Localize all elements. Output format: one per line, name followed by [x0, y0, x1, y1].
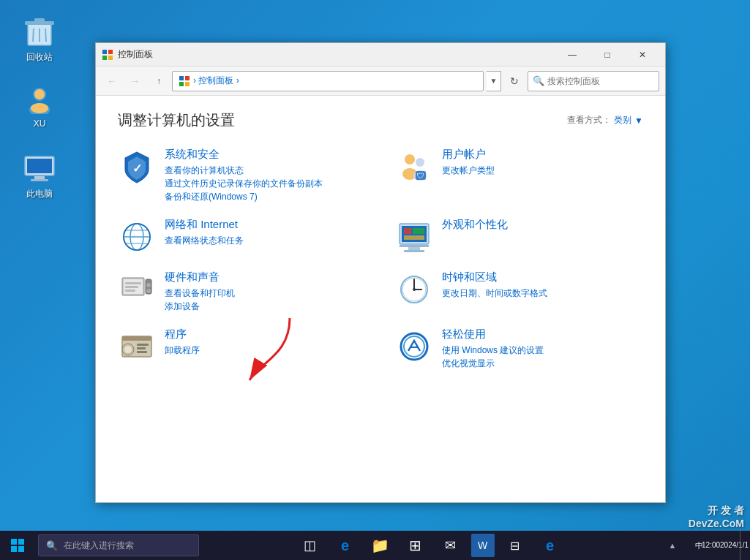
back-button[interactable]: ←: [102, 71, 122, 91]
svg-rect-18: [179, 76, 184, 80]
cp-item-appearance[interactable]: 外观和个性化: [395, 218, 643, 256]
refresh-button[interactable]: ↻: [504, 71, 525, 91]
system-security-title[interactable]: 系统和安全: [165, 148, 366, 162]
view-mode-value[interactable]: 类别: [614, 114, 631, 126]
clock-title[interactable]: 时钟和区域: [442, 270, 643, 284]
ease-access-title[interactable]: 轻松使用: [442, 328, 643, 341]
taskbar-edge[interactable]: e: [331, 531, 360, 560]
cp-item-hardware[interactable]: 硬件和声音 查看设备和打印机 添加设备: [118, 270, 366, 313]
svg-rect-40: [404, 228, 411, 234]
search-input[interactable]: [547, 76, 657, 86]
desktop-icon-computer[interactable]: 此电脑: [13, 150, 66, 203]
system-security-desc-2[interactable]: 备份和还原(Windows 7): [165, 190, 366, 203]
taskbar-search-icon: 🔍: [46, 540, 58, 551]
window-controls: — □ ✕: [555, 43, 659, 67]
window-title: 控制面板: [118, 48, 555, 61]
ease-access-desc-0[interactable]: 使用 Windows 建议的设置: [442, 344, 643, 357]
taskbar-explorer[interactable]: 📁: [366, 531, 395, 560]
address-path[interactable]: › 控制面板 ›: [172, 71, 484, 91]
taskbar-show-desktop[interactable]: [740, 531, 744, 560]
user-accounts-text: 用户帐户 更改帐户类型: [442, 148, 643, 177]
taskbar-store[interactable]: ⊞: [401, 531, 430, 560]
svg-rect-70: [18, 546, 24, 552]
computer-label: 此电脑: [26, 188, 53, 200]
svg-rect-62: [137, 351, 147, 353]
programs-desc-0[interactable]: 卸载程序: [165, 344, 366, 357]
address-bar: ← → ↑ › 控制面板 › ▼ ↻ 🔍: [96, 67, 665, 96]
svg-text:✓: ✓: [132, 162, 142, 175]
up-button[interactable]: ↑: [149, 71, 169, 91]
taskbar-search[interactable]: 🔍 在此键入进行搜索: [38, 534, 199, 556]
desktop-icon-user[interactable]: XU: [13, 80, 66, 132]
ease-access-desc-1[interactable]: 优化视觉显示: [442, 357, 643, 370]
network-title[interactable]: 网络和 Internet: [165, 218, 366, 232]
taskbar-system-icons[interactable]: ▲: [661, 531, 684, 560]
desktop-icon-recycle-bin[interactable]: 回收站: [13, 13, 66, 67]
forward-button[interactable]: →: [125, 71, 146, 91]
svg-rect-13: [31, 179, 48, 181]
search-bar[interactable]: 🔍: [528, 71, 659, 91]
svg-rect-17: [108, 56, 113, 60]
taskbar-task-view[interactable]: ◫: [296, 531, 325, 560]
title-bar: 控制面板 — □ ✕: [96, 43, 665, 67]
cp-item-network[interactable]: 网络和 Internet 查看网络状态和任务: [118, 218, 366, 256]
taskbar-right: ▲ 中 12:00 2024/1/1: [661, 531, 750, 560]
svg-rect-67: [11, 539, 17, 545]
taskbar-word[interactable]: W: [471, 534, 495, 557]
taskbar-mail[interactable]: ✉: [436, 531, 465, 560]
cp-item-clock[interactable]: 时钟和区域 更改日期、时间或数字格式: [395, 270, 643, 313]
appearance-text: 外观和个性化: [442, 218, 643, 234]
system-security-desc-1[interactable]: 通过文件历史记录保存你的文件备份副本: [165, 177, 366, 190]
svg-point-25: [416, 158, 424, 167]
svg-rect-50: [125, 290, 135, 292]
close-button[interactable]: ✕: [626, 43, 659, 67]
hardware-desc-1[interactable]: 添加设备: [165, 300, 366, 313]
system-security-desc-0[interactable]: 查看你的计算机状态: [165, 164, 366, 177]
svg-point-59: [124, 346, 132, 353]
svg-rect-60: [137, 344, 149, 346]
svg-line-5: [45, 29, 46, 42]
maximize-button[interactable]: □: [590, 43, 624, 67]
cp-item-programs[interactable]: 程序 卸载程序: [118, 328, 366, 370]
address-dropdown[interactable]: ▼: [487, 71, 501, 91]
network-desc-0[interactable]: 查看网络状态和任务: [165, 234, 366, 247]
svg-point-46: [146, 283, 151, 287]
recycle-bin-label: 回收站: [26, 51, 53, 64]
user-accounts-desc-0[interactable]: 更改帐户类型: [442, 164, 643, 177]
watermark-line1: 开 发 者: [689, 504, 744, 518]
minimize-button[interactable]: —: [555, 43, 589, 67]
taskbar-clock[interactable]: 12:00 2024/1/1: [713, 531, 737, 560]
user-accounts-title[interactable]: 用户帐户: [442, 148, 643, 162]
programs-icon: [118, 328, 156, 366]
hardware-title[interactable]: 硬件和声音: [165, 270, 366, 284]
taskbar-edge2[interactable]: e: [536, 531, 565, 560]
svg-rect-41: [413, 228, 424, 234]
network-desc: 查看网络状态和任务: [165, 234, 366, 247]
user-accounts-icon: 🛡: [395, 148, 433, 186]
clock-text: 时钟和区域 更改日期、时间或数字格式: [442, 270, 643, 300]
system-security-desc: 查看你的计算机状态 通过文件历史记录保存你的文件备份副本 备份和还原(Windo…: [165, 164, 366, 203]
ease-access-text: 轻松使用 使用 Windows 建议的设置 优化视觉显示: [442, 328, 643, 370]
start-button[interactable]: [0, 531, 35, 560]
clock-icon: [395, 270, 433, 309]
svg-line-3: [33, 29, 34, 42]
hardware-desc-0[interactable]: 查看设备和打印机: [165, 287, 366, 300]
programs-text: 程序 卸载程序: [165, 328, 366, 357]
cp-item-system-security[interactable]: ✓ 系统和安全 查看你的计算机状态 通过文件历史记录保存你的文件备份副本 备份和…: [118, 148, 366, 203]
svg-rect-42: [404, 235, 424, 240]
cp-item-user-accounts[interactable]: 🛡 用户帐户 更改帐户类型: [395, 148, 643, 203]
svg-rect-37: [400, 245, 429, 247]
programs-title[interactable]: 程序: [165, 328, 366, 341]
control-panel-grid: ✓ 系统和安全 查看你的计算机状态 通过文件历史记录保存你的文件备份副本 备份和…: [118, 148, 643, 370]
view-mode: 查看方式： 类别 ▼: [567, 114, 643, 126]
svg-rect-48: [125, 282, 141, 284]
network-icon: [118, 218, 156, 256]
svg-rect-21: [185, 82, 190, 86]
clock-desc-0[interactable]: 更改日期、时间或数字格式: [442, 287, 643, 300]
taskbar-monitor[interactable]: ⊟: [500, 531, 530, 560]
appearance-title[interactable]: 外观和个性化: [442, 218, 643, 232]
cp-item-ease-access[interactable]: 轻松使用 使用 Windows 建议的设置 优化视觉显示: [395, 328, 643, 370]
svg-point-8: [34, 89, 45, 99]
svg-text:🛡: 🛡: [417, 172, 424, 180]
taskbar: 🔍 在此键入进行搜索 ◫ e 📁 ⊞ ✉ W ⊟ e ▲ 中 12:00 202…: [0, 531, 750, 560]
